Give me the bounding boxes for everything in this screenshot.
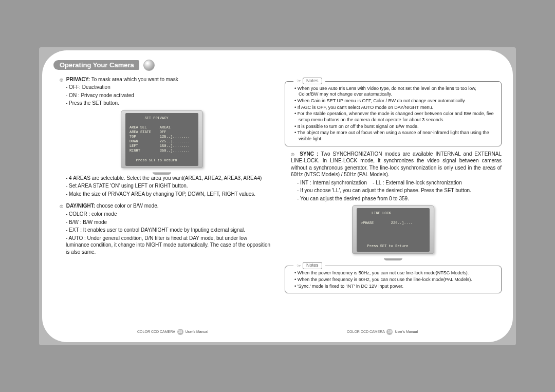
pointing-hand-icon: ☞ bbox=[297, 263, 301, 269]
footer-left-a: COLOR CCD CAMERA bbox=[137, 330, 175, 333]
notes-tab-2: ☞ Notes bbox=[293, 262, 325, 269]
sync-l1: - INT : Internal synchronization - LL : … bbox=[285, 179, 502, 186]
manual-page: Operating Your Camera PRIVACY: To mask a… bbox=[42, 50, 513, 342]
daynight-l2: - B/W : B/W mode bbox=[53, 219, 270, 226]
note1-2: When Gain in SET UP menu is OFF, Color /… bbox=[294, 98, 496, 104]
note1-6: The object may be more out of focus when… bbox=[294, 130, 496, 142]
notes-label-2: Notes bbox=[303, 262, 322, 269]
daynight-l1: - COLOR : color mode bbox=[53, 211, 270, 218]
note2-3: 'Sync.' mode is fixed to 'INT' in DC 12V… bbox=[294, 284, 496, 290]
notes-tab-1: ☞ Notes bbox=[293, 78, 325, 85]
privacy-label: PRIVACY: bbox=[66, 77, 90, 82]
notes-box-1: ☞ Notes When you use Auto Iris Lens with… bbox=[285, 81, 502, 146]
privacy-heading: PRIVACY: To mask area which you want to … bbox=[53, 76, 270, 83]
sync-l2: - If you choose 'LL', you can adjust the… bbox=[285, 187, 502, 194]
right-column: ☞ Notes When you use Auto Iris Lens with… bbox=[285, 76, 502, 329]
outer-frame: Operating Your Camera PRIVACY: To mask a… bbox=[39, 47, 516, 345]
note2-1: When the power frequency is 50Hz, you ca… bbox=[294, 270, 496, 276]
monitor-linelock: LINE LOCK >PHASE 225..].... Press SET to… bbox=[285, 205, 502, 260]
note1-1: When you use Auto Iris Lens with Video t… bbox=[294, 86, 496, 98]
note1-4: For the stable operation, whenever the m… bbox=[294, 111, 496, 123]
privacy-l4: - 4 AREAS are selectable. Select the are… bbox=[53, 175, 270, 182]
footer-right-b: User's Manual bbox=[395, 330, 418, 333]
sync-rest: Two SYNCHRONIZATION modes are available … bbox=[291, 151, 502, 178]
daynight-heading: DAY/NIGHT: choose color or B/W mode. bbox=[53, 202, 270, 210]
sync-l1b: - LL : External line-lock synchronizatio… bbox=[373, 180, 462, 185]
linelock-screen: LINE LOCK >PHASE 225..].... Press SET to… bbox=[357, 208, 430, 252]
sphere-icon bbox=[143, 60, 155, 71]
note1-3: If AGC is OFF, you can't select AUTO mod… bbox=[294, 105, 496, 111]
privacy-screen: SET PRIVACY AREA SEL AREA1 AREA STATE OF… bbox=[125, 113, 198, 166]
daynight-rest: choose color or B/W mode. bbox=[95, 203, 158, 209]
privacy-l6: - Make the size of PRIVACY AREA by chang… bbox=[53, 191, 270, 198]
daynight-l4: - AUTO : Under general condition, D/N fi… bbox=[53, 235, 270, 256]
pointing-hand-icon: ☞ bbox=[297, 78, 301, 84]
sync-l3: - You can adjust the desired phase from … bbox=[285, 195, 502, 202]
privacy-l2: - ON : Privacy mode activated bbox=[53, 92, 270, 99]
page-number-left: 38 bbox=[177, 329, 183, 335]
notes-label-1: Notes bbox=[303, 78, 322, 85]
page-footer: COLOR CCD CAMERA 38 User's Manual COLOR … bbox=[53, 329, 502, 337]
left-column: PRIVACY: To mask area which you want to … bbox=[53, 76, 270, 329]
two-columns: PRIVACY: To mask area which you want to … bbox=[53, 76, 502, 329]
footer-left: COLOR CCD CAMERA 38 User's Manual bbox=[137, 329, 208, 335]
notes-box-2: ☞ Notes When the power frequency is 50Hz… bbox=[285, 266, 502, 293]
daynight-l3: - EXT : It enables user to control DAY/N… bbox=[53, 227, 270, 234]
page-header: Operating Your Camera bbox=[53, 60, 502, 71]
note2-2: When the power frequency is 60Hz, you ca… bbox=[294, 277, 496, 283]
footer-left-b: User's Manual bbox=[185, 330, 208, 333]
page-number-right: 39 bbox=[386, 329, 393, 335]
privacy-l5: - Set AREA STATE 'ON' using LEFT or RIGH… bbox=[53, 182, 270, 190]
footer-right-a: COLOR CCD CAMERA bbox=[347, 330, 385, 333]
footer-right: COLOR CCD CAMERA 39 User's Manual bbox=[347, 329, 418, 335]
daynight-label: DAY/NIGHT: bbox=[66, 203, 95, 209]
privacy-l3: - Press the SET button. bbox=[53, 100, 270, 107]
sync-l1a: - INT : Internal synchronization bbox=[297, 180, 367, 185]
section-title: Operating Your Camera bbox=[53, 60, 139, 70]
sync-heading: SYNC : Two SYNCHRONIZATION modes are ava… bbox=[285, 151, 502, 178]
sync-label: SYNC : bbox=[300, 151, 318, 157]
privacy-l1: - OFF: Deactivation bbox=[53, 84, 270, 91]
note1-5: It is possible to turn on or off the bur… bbox=[294, 124, 496, 130]
privacy-rest: To mask area which you want to mask bbox=[90, 77, 178, 82]
monitor-privacy: SET PRIVACY AREA SEL AREA1 AREA STATE OF… bbox=[53, 110, 270, 175]
